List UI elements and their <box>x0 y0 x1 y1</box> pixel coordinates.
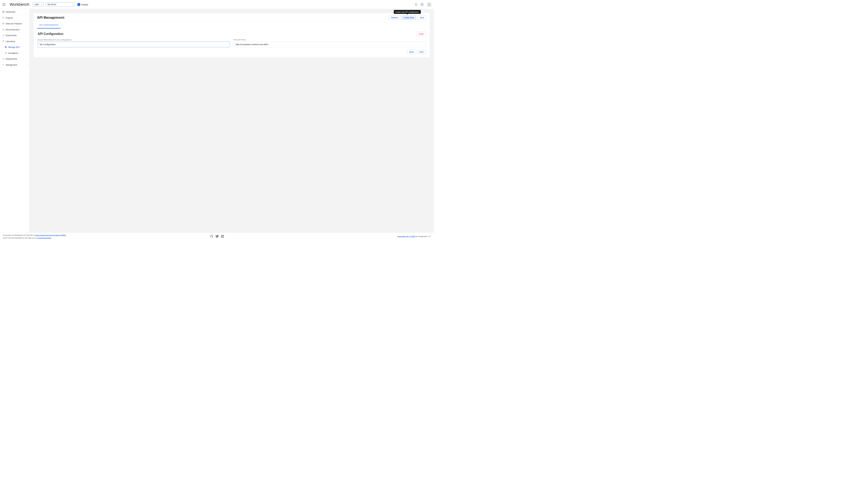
sidebar-item-manage-apis[interactable]: Manage APIs <box>0 44 30 50</box>
svg-point-2 <box>429 3 430 4</box>
section-title: API Configuration <box>38 32 63 36</box>
svg-line-30 <box>5 53 6 53</box>
sidebar-label: Simulations <box>8 52 19 54</box>
brand-title: Workbench <box>10 2 30 7</box>
folder-icon <box>2 16 4 19</box>
menu-toggle[interactable] <box>2 3 5 6</box>
help-button[interactable] <box>419 1 425 7</box>
twitter-icon[interactable] <box>216 235 219 238</box>
svg-point-34 <box>221 235 222 236</box>
svg-rect-7 <box>2 17 4 19</box>
sidebar-item-management[interactable]: Management <box>0 62 30 68</box>
user-avatar[interactable] <box>427 2 432 7</box>
user-icon <box>427 3 431 6</box>
github-icon[interactable] <box>210 235 213 238</box>
server-select[interactable]: My Server <box>45 2 74 7</box>
help-icon <box>421 3 424 6</box>
svg-line-21 <box>3 36 3 36</box>
sidebar-label: Projects <box>6 16 13 19</box>
refresh-button[interactable]: Refresh <box>389 15 400 20</box>
svg-rect-6 <box>4 12 4 13</box>
svg-rect-33 <box>221 236 222 237</box>
chevron-right-icon <box>27 58 28 59</box>
globe-icon <box>4 46 7 48</box>
svg-point-11 <box>2 23 3 24</box>
svg-point-26 <box>5 53 5 53</box>
sidebar-item-simulations[interactable]: Simulations <box>0 50 30 56</box>
footer-learn-text: Learn how the Workbench can help you at <box>3 237 37 239</box>
sidebar-item-recommenders[interactable]: Recommenders <box>0 27 30 33</box>
svg-point-27 <box>6 53 7 53</box>
footer-learn-link[interactable]: Learn.Ecosystem <box>37 237 51 239</box>
svg-point-12 <box>3 24 3 24</box>
sidebar-item-deployments[interactable]: Deployments <box>0 56 30 62</box>
svg-rect-3 <box>2 11 3 12</box>
sidebar-label: Management <box>6 64 17 66</box>
footer-company-text: by Ecogenetic LLC <box>415 235 431 237</box>
svg-point-31 <box>3 64 4 65</box>
svg-rect-4 <box>4 11 4 12</box>
back-button[interactable]: Back <box>407 50 416 54</box>
footer-server-link[interactable]: https://recommend.ecosystem.ai:3001 <box>36 234 66 236</box>
spinner-icon <box>2 34 4 37</box>
svg-point-28 <box>6 53 7 54</box>
chevron-right-icon <box>27 35 28 36</box>
server-select-value: My Server <box>48 3 57 6</box>
sliders-icon <box>2 23 4 25</box>
sidebar-label: Deployments <box>6 58 17 60</box>
nodes-icon <box>4 52 7 54</box>
svg-point-14 <box>3 29 4 30</box>
svg-line-22 <box>4 35 4 35</box>
bell-icon <box>414 3 417 6</box>
chevron-right-icon <box>27 29 28 30</box>
linkedin-icon[interactable] <box>221 235 224 238</box>
footer-version-text: ecosystem.Ai Workbench 0.6.212.05 on <box>3 234 36 236</box>
next-button[interactable]: Next <box>417 50 426 54</box>
path-label: Path [API Path] <box>234 39 426 41</box>
chevron-down-icon <box>27 41 28 42</box>
default-label: Default <box>82 3 88 6</box>
sidebar-label: Experiments <box>6 34 17 37</box>
unique-name-label: Unique Name [Name of your configuration] <box>38 39 230 41</box>
svg-point-13 <box>4 23 4 23</box>
sidebar-label: Recommenders <box>6 28 20 31</box>
sidebar-item-data-features[interactable]: Data and Features <box>0 21 30 27</box>
save-button[interactable]: Save <box>417 15 427 20</box>
check-icon <box>78 4 80 5</box>
close-button[interactable]: Close <box>416 32 426 36</box>
sidebar-label: Laboratory <box>6 40 15 42</box>
send-icon <box>2 58 4 60</box>
path-input[interactable] <box>234 41 426 47</box>
gear-icon <box>2 64 4 66</box>
theme-select[interactable]: Light <box>33 2 44 7</box>
page-title: API Management: <box>37 16 65 20</box>
sidebar-item-projects[interactable]: Projects <box>0 15 30 21</box>
sidebar-item-dashboard[interactable]: Dashboard <box>0 9 30 15</box>
chevron-right-icon <box>27 64 28 65</box>
theme-select-value: Light <box>34 3 38 6</box>
sidebar-label: Data and Features <box>6 23 22 25</box>
filter-icon <box>2 40 4 42</box>
badge-icon <box>2 28 4 31</box>
svg-line-19 <box>3 35 3 35</box>
default-checkbox[interactable] <box>78 3 80 6</box>
create-new-button[interactable]: Create New <box>401 15 416 20</box>
unique-name-input[interactable] <box>38 41 230 47</box>
sidebar-item-experiments[interactable]: Experiments <box>0 33 30 39</box>
svg-rect-5 <box>2 12 3 13</box>
chevron-right-icon <box>27 23 28 24</box>
svg-line-20 <box>4 36 4 36</box>
sidebar-item-laboratory[interactable]: Laboratory <box>0 39 30 44</box>
sidebar-label: Dashboard <box>6 11 16 13</box>
footer-copyright-link[interactable]: ecosystem.Ai (c) 2022 <box>398 235 415 237</box>
create-new-tooltip: Create new API configuration. <box>394 10 421 14</box>
tab-api-configuration[interactable]: API CONFIGURATION <box>37 22 61 29</box>
sidebar: Dashboard Projects Data and Features Rec… <box>0 9 30 233</box>
notifications-button[interactable] <box>413 1 419 7</box>
sidebar-label: Manage APIs <box>8 46 20 48</box>
grid-icon <box>2 11 4 13</box>
